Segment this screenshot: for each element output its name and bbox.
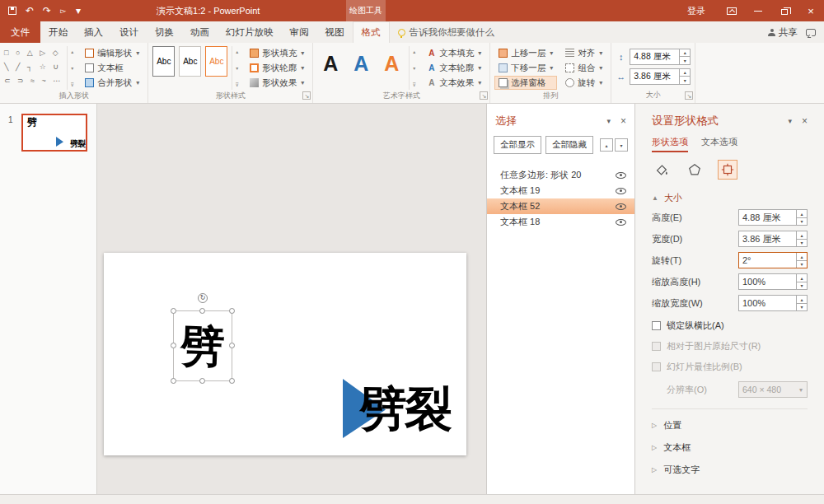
text-box-button[interactable]: 文本框 (81, 61, 143, 75)
resize-handle-ne[interactable] (229, 308, 235, 314)
lock-aspect-checkbox-row[interactable]: 锁定纵横比(A) (652, 320, 808, 332)
ribbon-display-options-button[interactable] (719, 0, 745, 21)
selection-list-item[interactable]: 文本框 18 (487, 214, 634, 230)
tab-view[interactable]: 视图 (317, 21, 353, 43)
align-button[interactable]: 对齐 ▾ (561, 46, 606, 60)
selection-list-item[interactable]: 任意多边形: 形状 20 (487, 167, 634, 183)
spin-up-icon[interactable]: ▴ (797, 231, 807, 240)
slide-editing-area[interactable]: 劈 ↻ 劈裂 (97, 104, 486, 494)
merge-shapes-button[interactable]: 合并形状 ▾ (81, 76, 143, 90)
selection-item-label[interactable]: 文本框 52 (500, 200, 540, 212)
dialog-launcher-icon[interactable]: ↘ (302, 91, 311, 100)
size-properties-icon[interactable] (718, 160, 737, 180)
sign-in-button[interactable]: 登录 (674, 0, 719, 21)
resize-handle-w[interactable] (171, 343, 176, 348)
tab-review[interactable]: 审阅 (282, 21, 317, 43)
shape-styles-scrollbar[interactable]: ▴ ▾ ⊽ (232, 46, 241, 90)
shape-height-stepper[interactable]: ▴▾ (679, 49, 690, 64)
section-alt-text[interactable]: ▷ 可选文字 (652, 464, 808, 476)
wordart-scrollbar[interactable]: ▴ ▾ ⊽ (409, 46, 419, 90)
scale-height-value[interactable]: 100% (739, 274, 796, 289)
width-value[interactable]: 3.86 厘米 (739, 231, 796, 246)
customize-qat-icon[interactable]: ▾ (76, 6, 81, 16)
spin-up-icon[interactable]: ▴ (680, 69, 690, 77)
spin-up-icon[interactable]: ▴ (680, 49, 690, 58)
shape-fill-button[interactable]: 形状填充 ▾ (246, 46, 308, 60)
shape-gallery[interactable]: □ ○ △ ▷ ◇ ╲ ╱ ┐ ☆ ∪ ⊂ ⊃ ≈ ~ ⋯ (4, 46, 63, 88)
shape-width-input[interactable]: 3.86 厘米 ▴▾ (630, 68, 691, 85)
section-size[interactable]: ▲ 大小 (652, 192, 808, 204)
move-down-button[interactable]: ▾ (615, 138, 628, 152)
tab-text-options[interactable]: 文本选项 (701, 136, 737, 152)
shape-effects-button[interactable]: 形状效果 ▾ (246, 76, 308, 90)
spin-down-icon[interactable]: ▾ (797, 240, 807, 247)
resize-handle-nw[interactable] (171, 308, 176, 314)
minimize-button[interactable] (745, 0, 771, 21)
spin-down-icon[interactable]: ▾ (797, 282, 807, 290)
spin-down-icon[interactable]: ▾ (797, 261, 807, 268)
art-text[interactable]: 劈 (173, 310, 233, 381)
tab-home[interactable]: 开始 (40, 21, 76, 43)
shape-gallery-scrollbar[interactable]: ▴ ▾ ⊽ (67, 46, 77, 90)
start-slideshow-icon[interactable]: ▻ (60, 7, 66, 15)
visibility-eye-icon[interactable] (616, 219, 626, 226)
section-text-box[interactable]: ▷ 文本框 (652, 441, 808, 454)
scale-width-input[interactable]: 100% ▴▾ (738, 295, 808, 311)
selection-list-item-selected[interactable]: 文本框 52 (487, 198, 634, 214)
selected-text-box[interactable]: 劈 ↻ (173, 310, 232, 381)
scroll-down-icon[interactable]: ▾ (71, 65, 73, 71)
selection-item-label[interactable]: 任意多边形: 形状 20 (500, 169, 581, 181)
shape-style-thumb[interactable]: Abc (205, 46, 227, 77)
text-effects-button[interactable]: A 文本效果 ▾ (423, 76, 485, 90)
shape-outline-button[interactable]: 形状轮廓 ▾ (246, 61, 308, 75)
resize-handle-n[interactable] (199, 308, 205, 314)
save-icon[interactable] (8, 7, 16, 15)
spin-down-icon[interactable]: ▾ (680, 77, 690, 84)
shape-height-value[interactable]: 4.88 厘米 (630, 49, 679, 64)
share-button[interactable]: 共享 (768, 26, 798, 39)
scroll-down-icon[interactable]: ▾ (413, 65, 415, 71)
pane-options-icon[interactable]: ▾ (788, 118, 792, 125)
scroll-up-icon[interactable]: ▴ (413, 49, 415, 54)
scroll-up-icon[interactable]: ▴ (236, 49, 238, 54)
restore-button[interactable] (771, 0, 798, 21)
height-value[interactable]: 4.88 厘米 (739, 210, 796, 225)
move-up-button[interactable]: ▴ (600, 138, 613, 152)
gallery-more-icon[interactable]: ⊽ (71, 82, 74, 87)
text-fill-button[interactable]: A 文本填充 ▾ (423, 46, 485, 60)
spin-down-icon[interactable]: ▾ (797, 218, 807, 226)
shape-height-input[interactable]: 4.88 厘米 ▴▾ (630, 49, 691, 65)
pane-options-icon[interactable]: ▾ (606, 118, 611, 125)
wordart-style-thumb[interactable]: A (317, 46, 344, 81)
resize-handle-e[interactable] (229, 343, 235, 348)
dialog-launcher-icon[interactable]: ↘ (685, 91, 693, 100)
wordart-style-thumb[interactable]: A (348, 46, 374, 81)
spin-down-icon[interactable]: ▾ (680, 57, 690, 64)
shape-width-stepper[interactable]: ▴▾ (679, 69, 690, 84)
scroll-down-icon[interactable]: ▾ (236, 65, 238, 71)
height-stepper[interactable]: ▴▾ (796, 210, 807, 225)
tab-transitions[interactable]: 切换 (147, 21, 182, 43)
close-button[interactable]: × (798, 0, 824, 21)
visibility-eye-icon[interactable] (616, 203, 626, 210)
tab-slideshow[interactable]: 幻灯片放映 (218, 21, 282, 43)
scale-height-stepper[interactable]: ▴▾ (796, 274, 807, 289)
scroll-up-icon[interactable]: ▴ (71, 49, 73, 54)
resize-handle-sw[interactable] (171, 378, 176, 384)
resize-handle-se[interactable] (229, 378, 235, 384)
tab-format[interactable]: 格式 (353, 21, 390, 43)
scale-width-value[interactable]: 100% (739, 296, 796, 310)
tab-animations[interactable]: 动画 (182, 21, 218, 43)
send-backward-button[interactable]: 下移一层 ▾ (494, 61, 557, 75)
rotate-button[interactable]: 旋转 ▾ (561, 76, 606, 90)
wordart-style-thumb[interactable]: A (378, 46, 405, 81)
show-all-button[interactable]: 全部显示 (494, 136, 541, 154)
rotate-handle[interactable]: ↻ (198, 293, 208, 303)
dialog-launcher-icon[interactable]: ↘ (480, 91, 488, 100)
width-input[interactable]: 3.86 厘米 ▴▾ (738, 231, 808, 247)
pane-close-icon[interactable]: × (620, 116, 626, 126)
resize-handle-s[interactable] (199, 378, 205, 384)
tab-file[interactable]: 文件 (0, 21, 40, 43)
shape-gallery-row[interactable]: ╲ ╱ ┐ ☆ ∪ (4, 60, 63, 74)
undo-icon[interactable]: ↶ (26, 6, 34, 16)
